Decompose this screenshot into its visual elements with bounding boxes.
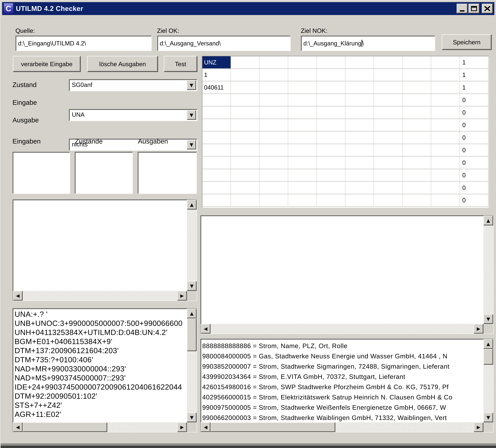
grid-cell[interactable] <box>345 144 374 157</box>
grid-cell[interactable]: 0 <box>460 194 488 207</box>
grid-cell[interactable] <box>231 69 260 81</box>
grid-cell[interactable]: 0 <box>460 107 488 119</box>
scroll-right-button[interactable]: ▶ <box>474 324 483 334</box>
grid-cell[interactable] <box>288 81 317 94</box>
grid-cell[interactable] <box>260 119 288 132</box>
log-textarea[interactable]: ▲ ▼ ◀ ▶ <box>13 199 197 301</box>
zustand-combobox[interactable]: SG0anf ▼ <box>69 79 197 91</box>
close-button[interactable] <box>482 4 493 14</box>
vertical-scrollbar[interactable]: ▲ ▼ <box>483 216 493 324</box>
grid-cell[interactable] <box>374 119 403 132</box>
grid-cell[interactable] <box>431 144 460 157</box>
scrollbar-track[interactable] <box>211 324 474 334</box>
grid-cell[interactable] <box>317 94 345 107</box>
grid-cell[interactable] <box>231 169 260 182</box>
grid-cell[interactable] <box>403 81 431 94</box>
grid-cell[interactable]: 1 <box>460 69 488 81</box>
scrollbar-track[interactable] <box>187 318 197 413</box>
grid-cell[interactable]: 040611 <box>202 81 231 94</box>
horizontal-scrollbar[interactable]: ◀ ▶ <box>201 324 483 334</box>
scrollbar-thumb[interactable] <box>483 349 493 365</box>
grid-cell[interactable] <box>231 131 260 144</box>
maximize-button[interactable] <box>468 4 480 14</box>
grid-cell[interactable] <box>231 144 260 157</box>
grid-cell[interactable] <box>403 157 431 169</box>
grid-cell[interactable] <box>403 131 431 144</box>
grid-cell[interactable]: 0 <box>460 182 488 194</box>
grid-cell[interactable] <box>345 81 374 94</box>
grid-cell[interactable] <box>260 157 288 169</box>
grid-cell[interactable] <box>288 144 317 157</box>
grid-cell[interactable] <box>431 182 460 194</box>
grid-cell[interactable] <box>317 131 345 144</box>
grid-cell[interactable] <box>345 182 374 194</box>
grid-cell[interactable] <box>345 119 374 132</box>
grid-cell[interactable] <box>260 182 288 194</box>
grid-cell[interactable] <box>345 56 374 69</box>
grid-cell[interactable] <box>345 131 374 144</box>
grid-cell[interactable] <box>403 169 431 182</box>
zustand-combobox-dropdown-button[interactable]: ▼ <box>187 80 196 90</box>
scroll-right-button[interactable]: ▶ <box>474 422 483 432</box>
scrollbar-thumb[interactable] <box>23 422 107 432</box>
grid-cell[interactable] <box>288 56 317 69</box>
grid-cell[interactable] <box>288 194 317 207</box>
grid-cell[interactable]: 1 <box>460 81 488 94</box>
ausgaben-listbox[interactable] <box>138 152 197 194</box>
grid-cell[interactable] <box>260 107 288 119</box>
grid-cell[interactable] <box>260 131 288 144</box>
horizontal-scrollbar[interactable]: ◀ ▶ <box>201 422 483 432</box>
grid-cell[interactable] <box>403 182 431 194</box>
grid-cell[interactable]: UNZ <box>202 56 231 69</box>
grid-cell[interactable] <box>260 194 288 207</box>
grid-cell[interactable] <box>403 56 431 69</box>
grid-cell[interactable] <box>374 144 403 157</box>
grid-cell[interactable] <box>231 194 260 207</box>
grid-cell[interactable] <box>260 69 288 81</box>
grid-cell[interactable] <box>231 56 260 69</box>
quelle-input[interactable]: d:\_Eingang\UTILMD 4.2\ <box>16 35 152 51</box>
grid-cell[interactable] <box>374 81 403 94</box>
grid-cell[interactable] <box>345 69 374 81</box>
eingabe-combobox-dropdown-button[interactable]: ▼ <box>187 110 196 120</box>
speichern-button[interactable]: Speichern <box>442 34 492 50</box>
scroll-left-button[interactable]: ◀ <box>13 422 23 432</box>
vertical-scrollbar[interactable]: ▲ ▼ <box>483 339 493 422</box>
grid-cell[interactable] <box>345 107 374 119</box>
edifact-textarea[interactable]: UNA:+.? 'UNB+UNOC:3+9900005000007:500+99… <box>13 308 197 432</box>
grid-cell[interactable] <box>202 169 231 182</box>
eingaben-listbox[interactable] <box>13 152 70 194</box>
grid-cell[interactable] <box>202 194 231 207</box>
scrollbar-track[interactable] <box>187 209 197 281</box>
scroll-left-button[interactable]: ◀ <box>201 422 211 432</box>
test-button[interactable]: Test <box>164 56 197 72</box>
vertical-scrollbar[interactable]: ▲ ▼ <box>187 309 197 422</box>
grid-cell[interactable] <box>260 81 288 94</box>
grid-cell[interactable] <box>231 107 260 119</box>
minimize-button[interactable] <box>457 4 468 14</box>
scroll-down-button[interactable]: ▼ <box>483 314 493 324</box>
eingabe-combobox[interactable]: UNA ▼ <box>69 109 197 121</box>
grid-cell[interactable] <box>374 94 403 107</box>
grid-cell[interactable] <box>231 81 260 94</box>
grid-cell[interactable] <box>288 131 317 144</box>
grid-cell[interactable] <box>317 107 345 119</box>
horizontal-scrollbar[interactable]: ◀ ▶ <box>13 291 187 301</box>
message-grid[interactable]: UNZ1110406111000000000 <box>202 56 488 208</box>
grid-cell[interactable] <box>231 119 260 132</box>
grid-cell[interactable] <box>431 107 460 119</box>
grid-cell[interactable] <box>345 94 374 107</box>
scrollbar-track[interactable] <box>23 422 177 432</box>
grid-cell[interactable]: 0 <box>460 131 488 144</box>
grid-cell[interactable] <box>317 144 345 157</box>
grid-cell[interactable] <box>431 131 460 144</box>
grid-cell[interactable] <box>374 169 403 182</box>
grid-cell[interactable] <box>403 107 431 119</box>
grid-cell[interactable] <box>288 169 317 182</box>
scroll-right-button[interactable]: ▶ <box>177 422 187 432</box>
grid-cell[interactable] <box>374 69 403 81</box>
grid-cell[interactable] <box>231 94 260 107</box>
scrollbar-track[interactable] <box>211 422 474 432</box>
grid-cell[interactable] <box>202 107 231 119</box>
scrollbar-thumb[interactable] <box>187 318 197 351</box>
